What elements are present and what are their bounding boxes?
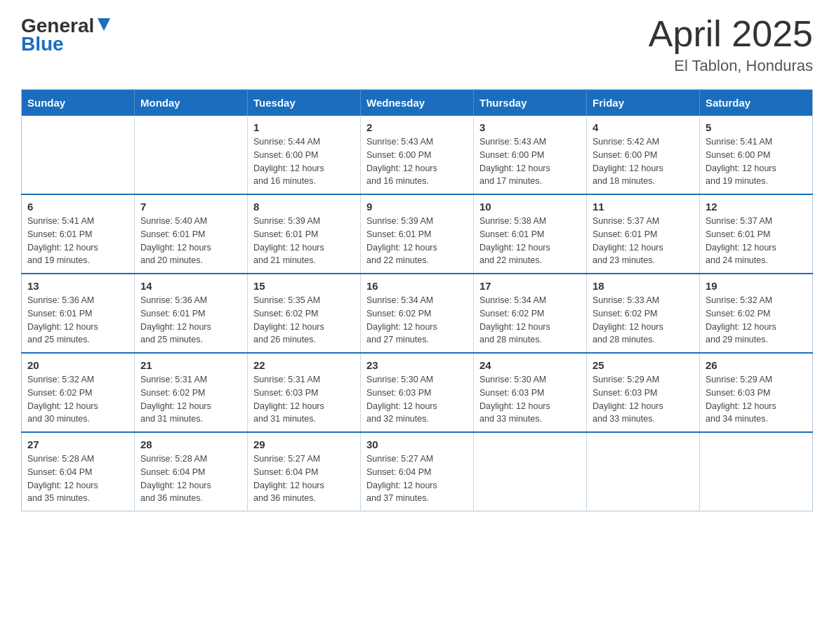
- day-info: Sunrise: 5:32 AMSunset: 6:02 PMDaylight:…: [706, 294, 807, 347]
- day-info: Sunrise: 5:31 AMSunset: 6:03 PMDaylight:…: [253, 373, 355, 426]
- calendar-day-14: 14Sunrise: 5:36 AMSunset: 6:01 PMDayligh…: [135, 274, 248, 353]
- day-number: 4: [593, 121, 694, 133]
- day-info: Sunrise: 5:41 AMSunset: 6:00 PMDaylight:…: [706, 135, 807, 188]
- day-number: 30: [366, 438, 468, 450]
- empty-cell: [587, 432, 700, 511]
- calendar-week-row: 27Sunrise: 5:28 AMSunset: 6:04 PMDayligh…: [22, 432, 813, 511]
- calendar-day-4: 4Sunrise: 5:42 AMSunset: 6:00 PMDaylight…: [587, 116, 700, 194]
- day-info: Sunrise: 5:40 AMSunset: 6:01 PMDaylight:…: [140, 215, 241, 267]
- day-number: 2: [366, 121, 468, 133]
- calendar-day-30: 30Sunrise: 5:27 AMSunset: 6:04 PMDayligh…: [361, 432, 474, 511]
- calendar-week-row: 13Sunrise: 5:36 AMSunset: 6:01 PMDayligh…: [22, 274, 813, 353]
- day-info: Sunrise: 5:27 AMSunset: 6:04 PMDaylight:…: [253, 452, 355, 505]
- calendar-day-5: 5Sunrise: 5:41 AMSunset: 6:00 PMDaylight…: [700, 116, 813, 194]
- day-number: 16: [366, 280, 468, 292]
- day-info: Sunrise: 5:33 AMSunset: 6:02 PMDaylight:…: [593, 294, 694, 347]
- svg-marker-0: [98, 18, 110, 31]
- logo-text-blue: Blue: [21, 33, 112, 55]
- day-number: 9: [366, 201, 468, 213]
- day-info: Sunrise: 5:37 AMSunset: 6:01 PMDaylight:…: [593, 215, 694, 267]
- day-number: 13: [27, 280, 128, 292]
- calendar-day-18: 18Sunrise: 5:33 AMSunset: 6:02 PMDayligh…: [587, 274, 700, 353]
- day-number: 23: [366, 359, 468, 371]
- calendar-table: SundayMondayTuesdayWednesdayThursdayFrid…: [21, 89, 813, 511]
- calendar-day-2: 2Sunrise: 5:43 AMSunset: 6:00 PMDaylight…: [361, 116, 474, 194]
- calendar-week-row: 6Sunrise: 5:41 AMSunset: 6:01 PMDaylight…: [22, 194, 813, 274]
- day-info: Sunrise: 5:39 AMSunset: 6:01 PMDaylight:…: [253, 215, 355, 267]
- day-header-tuesday: Tuesday: [248, 90, 361, 116]
- day-number: 27: [27, 438, 128, 450]
- calendar-day-12: 12Sunrise: 5:37 AMSunset: 6:01 PMDayligh…: [700, 194, 813, 274]
- day-info: Sunrise: 5:29 AMSunset: 6:03 PMDaylight:…: [593, 373, 694, 426]
- calendar-day-9: 9Sunrise: 5:39 AMSunset: 6:01 PMDaylight…: [361, 194, 474, 274]
- day-info: Sunrise: 5:28 AMSunset: 6:04 PMDaylight:…: [27, 452, 128, 505]
- day-info: Sunrise: 5:41 AMSunset: 6:01 PMDaylight:…: [27, 215, 128, 267]
- empty-cell: [135, 116, 248, 194]
- day-header-friday: Friday: [587, 90, 700, 116]
- calendar-day-17: 17Sunrise: 5:34 AMSunset: 6:02 PMDayligh…: [474, 274, 587, 353]
- day-header-wednesday: Wednesday: [361, 90, 474, 116]
- day-number: 8: [253, 201, 355, 213]
- empty-cell: [474, 432, 587, 511]
- day-number: 25: [593, 359, 694, 371]
- day-header-sunday: Sunday: [22, 90, 135, 116]
- day-info: Sunrise: 5:44 AMSunset: 6:00 PMDaylight:…: [253, 135, 355, 188]
- calendar-day-8: 8Sunrise: 5:39 AMSunset: 6:01 PMDaylight…: [248, 194, 361, 274]
- day-number: 12: [706, 201, 807, 213]
- calendar-day-13: 13Sunrise: 5:36 AMSunset: 6:01 PMDayligh…: [22, 274, 135, 353]
- calendar-day-15: 15Sunrise: 5:35 AMSunset: 6:02 PMDayligh…: [248, 274, 361, 353]
- day-number: 29: [253, 438, 355, 450]
- calendar-week-row: 20Sunrise: 5:32 AMSunset: 6:02 PMDayligh…: [22, 353, 813, 432]
- day-info: Sunrise: 5:43 AMSunset: 6:00 PMDaylight:…: [366, 135, 468, 188]
- day-number: 15: [253, 280, 355, 292]
- day-number: 20: [27, 359, 128, 371]
- day-info: Sunrise: 5:28 AMSunset: 6:04 PMDaylight:…: [140, 452, 241, 505]
- calendar-day-26: 26Sunrise: 5:29 AMSunset: 6:03 PMDayligh…: [700, 353, 813, 432]
- day-number: 22: [253, 359, 355, 371]
- calendar-day-6: 6Sunrise: 5:41 AMSunset: 6:01 PMDaylight…: [22, 194, 135, 274]
- day-info: Sunrise: 5:29 AMSunset: 6:03 PMDaylight:…: [706, 373, 807, 426]
- calendar-day-24: 24Sunrise: 5:30 AMSunset: 6:03 PMDayligh…: [474, 353, 587, 432]
- day-number: 14: [140, 280, 241, 292]
- day-number: 7: [140, 201, 241, 213]
- day-number: 24: [479, 359, 581, 371]
- calendar-day-19: 19Sunrise: 5:32 AMSunset: 6:02 PMDayligh…: [700, 274, 813, 353]
- day-number: 5: [706, 121, 807, 133]
- calendar-day-1: 1Sunrise: 5:44 AMSunset: 6:00 PMDaylight…: [248, 116, 361, 194]
- calendar-day-27: 27Sunrise: 5:28 AMSunset: 6:04 PMDayligh…: [22, 432, 135, 511]
- calendar-day-16: 16Sunrise: 5:34 AMSunset: 6:02 PMDayligh…: [361, 274, 474, 353]
- calendar-week-row: 1Sunrise: 5:44 AMSunset: 6:00 PMDaylight…: [22, 116, 813, 194]
- day-number: 26: [706, 359, 807, 371]
- day-number: 6: [27, 201, 128, 213]
- day-number: 1: [253, 121, 355, 133]
- empty-cell: [700, 432, 813, 511]
- calendar-day-23: 23Sunrise: 5:30 AMSunset: 6:03 PMDayligh…: [361, 353, 474, 432]
- day-header-monday: Monday: [135, 90, 248, 116]
- day-info: Sunrise: 5:39 AMSunset: 6:01 PMDaylight:…: [366, 215, 468, 267]
- day-info: Sunrise: 5:30 AMSunset: 6:03 PMDaylight:…: [479, 373, 581, 426]
- day-info: Sunrise: 5:42 AMSunset: 6:00 PMDaylight:…: [593, 135, 694, 188]
- day-info: Sunrise: 5:37 AMSunset: 6:01 PMDaylight:…: [706, 215, 807, 267]
- day-info: Sunrise: 5:43 AMSunset: 6:00 PMDaylight:…: [479, 135, 581, 188]
- calendar-day-28: 28Sunrise: 5:28 AMSunset: 6:04 PMDayligh…: [135, 432, 248, 511]
- day-info: Sunrise: 5:27 AMSunset: 6:04 PMDaylight:…: [366, 452, 468, 505]
- day-info: Sunrise: 5:38 AMSunset: 6:01 PMDaylight:…: [479, 215, 581, 267]
- day-info: Sunrise: 5:35 AMSunset: 6:02 PMDaylight:…: [253, 294, 355, 347]
- calendar-day-21: 21Sunrise: 5:31 AMSunset: 6:02 PMDayligh…: [135, 353, 248, 432]
- logo: General Blue: [21, 14, 112, 55]
- calendar-day-29: 29Sunrise: 5:27 AMSunset: 6:04 PMDayligh…: [248, 432, 361, 511]
- page-subtitle: El Tablon, Honduras: [649, 57, 813, 75]
- day-number: 10: [479, 201, 581, 213]
- day-number: 19: [706, 280, 807, 292]
- title-section: April 2025 El Tablon, Honduras: [649, 14, 813, 75]
- calendar-day-25: 25Sunrise: 5:29 AMSunset: 6:03 PMDayligh…: [587, 353, 700, 432]
- day-info: Sunrise: 5:34 AMSunset: 6:02 PMDaylight:…: [366, 294, 468, 347]
- empty-cell: [22, 116, 135, 194]
- day-number: 28: [140, 438, 241, 450]
- day-header-thursday: Thursday: [474, 90, 587, 116]
- page-title: April 2025: [649, 14, 813, 54]
- day-info: Sunrise: 5:36 AMSunset: 6:01 PMDaylight:…: [140, 294, 241, 347]
- day-number: 11: [593, 201, 694, 213]
- day-info: Sunrise: 5:34 AMSunset: 6:02 PMDaylight:…: [479, 294, 581, 347]
- day-info: Sunrise: 5:32 AMSunset: 6:02 PMDaylight:…: [27, 373, 128, 426]
